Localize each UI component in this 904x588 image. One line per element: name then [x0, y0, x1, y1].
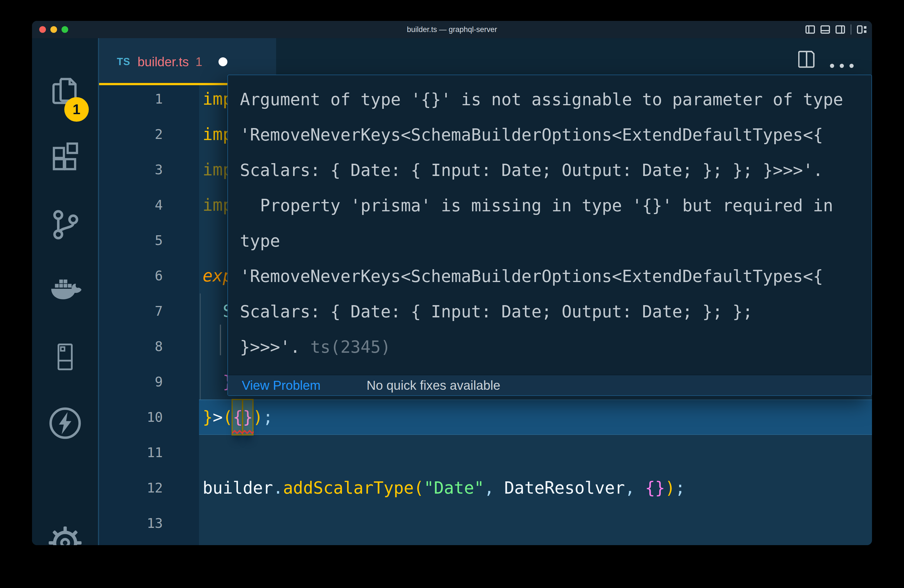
code-line[interactable]: builder.addScalarType("Date", DateResolv…	[99, 470, 872, 506]
code-line[interactable]	[99, 506, 872, 541]
more-actions-icon[interactable]	[830, 64, 853, 68]
hover-message-line: Scalars: { Date: { Input: Date; Output: …	[240, 294, 860, 329]
extensions-icon	[49, 142, 81, 173]
docker-icon	[48, 275, 82, 306]
hover-message-line: Property 'prisma' is missing in type '{}…	[240, 188, 860, 223]
toggle-secondary-sidebar-icon[interactable]	[836, 25, 845, 34]
desktop: builder.ts — graphql-server	[0, 0, 904, 588]
error-squiggle	[232, 430, 254, 435]
customize-layout-icon[interactable]	[857, 25, 867, 34]
error-hover-popup: Argument of type '{}' is not assignable …	[228, 74, 872, 396]
window-title: builder.ts — graphql-server	[32, 21, 872, 38]
modified-dot-icon[interactable]	[218, 57, 228, 66]
toggle-panel-icon[interactable]	[820, 25, 830, 34]
tab-filename: builder.ts	[137, 54, 189, 70]
lightning-bolt-icon	[48, 406, 82, 441]
titlebar-separator	[850, 24, 852, 35]
view-problem-link[interactable]: View Problem	[242, 378, 321, 393]
typescript-file-icon: TS	[117, 56, 130, 68]
hover-message-line: Argument of type '{}' is not assignable …	[240, 82, 860, 117]
hover-actions-bar: View Problem No quick fixes available	[228, 375, 871, 395]
sidebar-item-docker[interactable]	[32, 270, 98, 311]
explorer-problems-badge: 1	[64, 97, 89, 122]
tab-problem-count: 1	[195, 55, 202, 69]
toggle-primary-sidebar-icon[interactable]	[806, 25, 815, 34]
error-message: Argument of type '{}' is not assignable …	[228, 75, 871, 375]
hover-message-line: type	[240, 223, 860, 259]
gear-icon	[49, 526, 82, 545]
vscode-window: builder.ts — graphql-server	[32, 21, 872, 545]
code-line[interactable]	[99, 435, 872, 470]
title-bar: builder.ts — graphql-server	[32, 21, 872, 38]
quick-fix-status: No quick fixes available	[367, 378, 501, 393]
hover-message-line: }>>>'. ts(2345)	[240, 329, 860, 365]
sidebar-item-source-control[interactable]	[32, 204, 98, 245]
remote-explorer-icon	[51, 341, 80, 373]
sidebar-item-thunder-client[interactable]	[32, 402, 98, 444]
hover-message-line: 'RemoveNeverKeys<SchemaBuilderOptions<Ex…	[240, 259, 860, 294]
sidebar-item-settings[interactable]: 1	[32, 522, 98, 545]
sidebar-item-remote-explorer[interactable]	[32, 336, 98, 378]
hover-message-line: Scalars: { Date: { Input: Date; Output: …	[240, 153, 860, 188]
activity-bar: 1	[32, 38, 98, 545]
hover-message-line: 'RemoveNeverKeys<SchemaBuilderOptions<Ex…	[240, 117, 860, 153]
sidebar-item-explorer[interactable]: 1	[32, 70, 98, 112]
code-line[interactable]: }>({});	[99, 400, 872, 435]
source-control-icon	[49, 209, 81, 240]
split-editor-icon[interactable]	[798, 51, 815, 70]
sidebar-item-extensions[interactable]	[32, 136, 98, 178]
